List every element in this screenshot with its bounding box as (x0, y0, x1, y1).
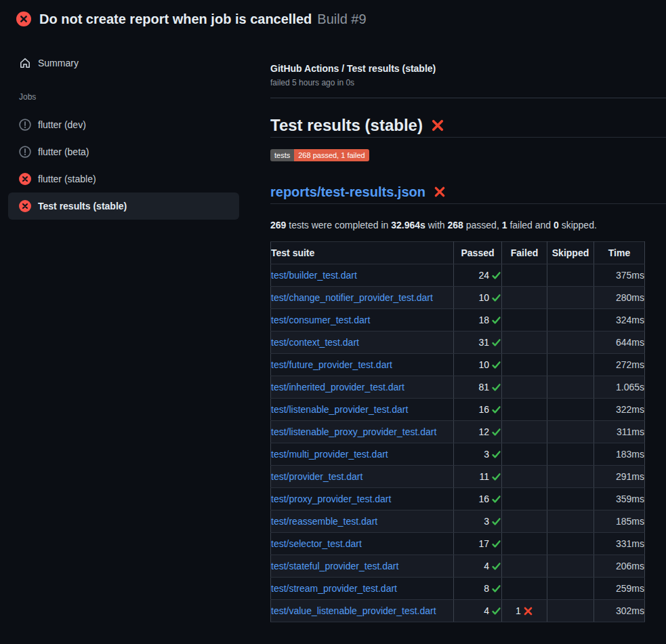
passed-cell: 16 (454, 399, 502, 421)
test-suite-link[interactable]: test/reassemble_test.dart (271, 516, 377, 527)
failed-cell (502, 421, 547, 443)
suite-cell: test/stream_provider_test.dart (271, 578, 454, 600)
main-content: GitHub Actions / Test results (stable) f… (270, 0, 666, 622)
passed-count: 16 (478, 404, 489, 415)
check-icon (491, 472, 501, 482)
summary-segment: failed and (507, 220, 554, 230)
check-icon (491, 539, 501, 549)
summary-segment: 268 (448, 220, 463, 230)
time-cell: 1.065s (594, 376, 645, 399)
check-icon (491, 360, 501, 370)
x-icon (523, 606, 533, 616)
test-results-table: Test suite Passed Failed Skipped Time te… (270, 241, 645, 622)
report-file-link[interactable]: reports/test-results.json (270, 183, 425, 201)
failed-cell (502, 287, 547, 309)
test-suite-link[interactable]: test/consumer_test.dart (271, 315, 370, 325)
passed-count: 3 (484, 449, 489, 460)
sidebar-item-flutter-stable-[interactable]: flutter (stable) (8, 165, 239, 193)
sidebar-item-label: Test results (stable) (38, 201, 127, 212)
suite-cell: test/context_test.dart (271, 331, 454, 354)
sidebar-item-test-results-stable-[interactable]: Test results (stable) (8, 193, 239, 220)
home-icon (19, 57, 31, 69)
passed-cell: 8 (454, 578, 502, 600)
sidebar-item-flutter-dev-[interactable]: flutter (dev) (8, 111, 239, 138)
passed-cell: 81 (454, 376, 502, 399)
section-title-text: Test results (stable) (270, 115, 423, 136)
summary-segment: skipped. (559, 220, 597, 230)
suite-cell: test/builder_test.dart (271, 264, 454, 287)
suite-cell: test/value_listenable_provider_test.dart (271, 600, 454, 622)
test-suite-link[interactable]: test/stateful_provider_test.dart (271, 561, 398, 571)
passed-count: 16 (478, 494, 489, 504)
failed-cell (502, 354, 547, 376)
run-meta: failed 5 hours ago in 0s (270, 77, 666, 88)
suite-cell: test/stateful_provider_test.dart (271, 555, 454, 578)
suite-cell: test/consumer_test.dart (271, 309, 454, 331)
time-cell: 375ms (594, 264, 645, 287)
suite-cell: test/change_notifier_provider_test.dart (271, 287, 454, 309)
tests-badge: tests 268 passed, 1 failed (270, 149, 369, 161)
summary-segment: with (425, 220, 448, 230)
check-icon (491, 338, 501, 348)
time-cell: 311ms (594, 421, 645, 443)
sidebar-item-label: flutter (dev) (38, 119, 86, 130)
skipped-cell (547, 578, 594, 600)
test-suite-link[interactable]: test/listenable_proxy_provider_test.dart (271, 426, 436, 437)
time-cell: 324ms (594, 309, 645, 331)
time-cell: 322ms (594, 399, 645, 421)
passed-cell: 11 (454, 466, 502, 488)
passed-count: 4 (484, 561, 489, 571)
table-row: test/listenable_proxy_provider_test.dart… (271, 421, 645, 443)
skipped-cell (547, 555, 594, 578)
failed-cell: 1 (502, 600, 547, 622)
check-icon (491, 449, 501, 460)
table-row: test/multi_provider_test.dart3183ms (271, 443, 645, 466)
test-suite-link[interactable]: test/future_provider_test.dart (271, 359, 392, 370)
passed-count: 12 (478, 426, 489, 437)
test-suite-link[interactable]: test/stream_provider_test.dart (271, 583, 397, 594)
test-suite-link[interactable]: test/listenable_provider_test.dart (271, 404, 408, 415)
sidebar: Summary Jobs flutter (dev)flutter (beta)… (8, 49, 239, 220)
failed-status-icon (16, 12, 31, 26)
sidebar-item-flutter-beta-[interactable]: flutter (beta) (8, 138, 239, 165)
section-title: Test results (stable) (270, 115, 666, 138)
passed-count: 17 (478, 538, 489, 549)
table-row: test/context_test.dart31644ms (271, 331, 645, 354)
skipped-cell (547, 488, 594, 510)
test-suite-link[interactable]: test/multi_provider_test.dart (271, 449, 388, 460)
test-suite-link[interactable]: test/selector_test.dart (271, 538, 362, 549)
check-icon (491, 494, 501, 504)
check-icon (491, 293, 501, 303)
failed-status-icon (19, 200, 31, 212)
col-test-suite: Test suite (271, 242, 454, 264)
passed-cell: 17 (454, 533, 502, 555)
test-suite-link[interactable]: test/change_notifier_provider_test.dart (271, 292, 433, 303)
sidebar-item-summary[interactable]: Summary (8, 49, 239, 77)
failed-cell (502, 309, 547, 331)
passed-cell: 18 (454, 309, 502, 331)
passed-cell: 12 (454, 421, 502, 443)
time-cell: 206ms (594, 555, 645, 578)
test-suite-link[interactable]: test/inherited_provider_test.dart (271, 382, 404, 393)
test-suite-link[interactable]: test/provider_test.dart (271, 471, 362, 482)
passed-cell: 10 (454, 287, 502, 309)
table-row: test/listenable_provider_test.dart16322m… (271, 399, 645, 421)
suite-cell: test/provider_test.dart (271, 466, 454, 488)
test-suite-link[interactable]: test/builder_test.dart (271, 270, 357, 281)
failed-count: 1 (516, 605, 521, 616)
skipped-cell (547, 331, 594, 354)
time-cell: 280ms (594, 287, 645, 309)
skipped-cell (547, 376, 594, 399)
test-suite-link[interactable]: test/value_listenable_provider_test.dart (271, 605, 436, 616)
time-cell: 302ms (594, 600, 645, 622)
table-row: test/value_listenable_provider_test.dart… (271, 600, 645, 622)
failed-cell (502, 331, 547, 354)
breadcrumb: GitHub Actions / Test results (stable) (270, 62, 666, 75)
cancelled-status-icon (19, 146, 31, 158)
test-suite-link[interactable]: test/context_test.dart (271, 337, 359, 348)
check-icon (491, 315, 501, 325)
failed-cell (502, 466, 547, 488)
sidebar-item-label: flutter (beta) (38, 146, 89, 157)
test-suite-link[interactable]: test/proxy_provider_test.dart (271, 494, 391, 504)
skipped-cell (547, 287, 594, 309)
